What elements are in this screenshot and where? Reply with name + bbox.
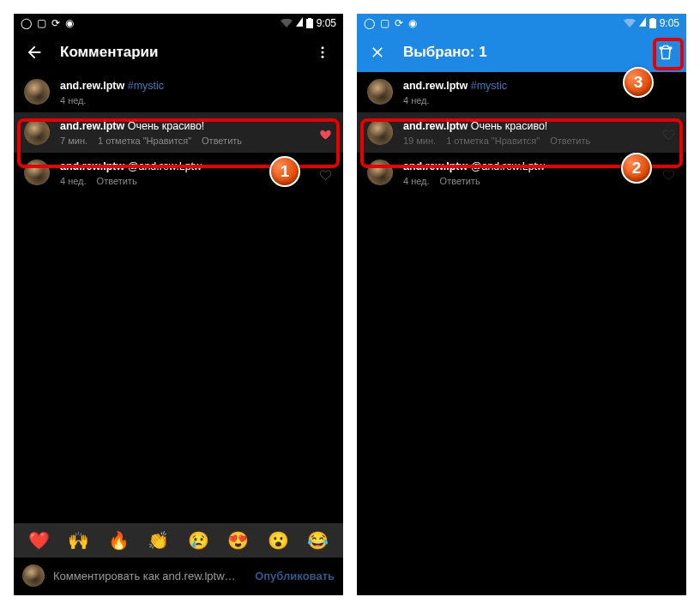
comment-time: 4 нед. bbox=[403, 95, 430, 106]
heart-icon[interactable] bbox=[663, 130, 674, 140]
comment-text: Очень красиво! bbox=[471, 120, 548, 132]
emoji-fire[interactable]: 🔥 bbox=[108, 530, 130, 551]
comment-item-selected[interactable]: and.rew.lptw Очень красиво! 7 мин. 1 отм… bbox=[14, 112, 343, 153]
composer-input[interactable]: Комментировать как and.rew.lptw… bbox=[53, 570, 246, 582]
svg-point-3 bbox=[322, 51, 324, 54]
signal-icon bbox=[639, 17, 646, 29]
emoji-wow[interactable]: 😮 bbox=[268, 530, 289, 551]
svg-rect-6 bbox=[651, 18, 655, 20]
selection-header: Выбрано: 1 bbox=[357, 33, 686, 72]
svg-rect-5 bbox=[649, 19, 656, 28]
close-icon[interactable] bbox=[367, 42, 388, 63]
comment-likes[interactable]: 1 отметка "Нравится" bbox=[98, 136, 191, 146]
comments-list: and.rew.lptw #mystic 4 нед. and.rew.lptw… bbox=[14, 72, 343, 523]
selection-title: Выбрано: 1 bbox=[403, 44, 487, 61]
heart-icon[interactable] bbox=[320, 170, 331, 180]
heart-icon[interactable] bbox=[663, 170, 674, 180]
comment-user[interactable]: and.rew.lptw bbox=[403, 160, 468, 172]
opera-icon: ◯ bbox=[364, 17, 375, 29]
comment-text: @and.rew.Lptw bbox=[471, 160, 545, 172]
header: Комментарии bbox=[14, 33, 343, 72]
comment-reply[interactable]: Ответить bbox=[440, 176, 480, 186]
emoji-cry[interactable]: 😢 bbox=[188, 530, 209, 551]
comment-item[interactable]: and.rew.lptw @and.rew.Lptw 4 нед. Ответи… bbox=[357, 153, 686, 193]
avatar[interactable] bbox=[367, 160, 393, 185]
comment-reply[interactable]: Ответить bbox=[550, 136, 590, 146]
comment-time: 4 нед. bbox=[60, 95, 87, 106]
svg-rect-0 bbox=[306, 19, 313, 28]
signal-icon bbox=[296, 17, 303, 29]
comment-text: @and.rew.Lptw bbox=[128, 160, 202, 172]
shazam-icon: ◉ bbox=[408, 17, 417, 29]
comment-item[interactable]: and.rew.lptw #mystic 4 нед. bbox=[14, 72, 343, 112]
comment-text: Очень красиво! bbox=[128, 120, 205, 132]
phone-left: ◯ ▢ ⟳ ◉ 9:05 Комментарии bbox=[14, 14, 343, 595]
emoji-heart[interactable]: ❤️ bbox=[28, 530, 50, 551]
header-title: Комментарии bbox=[60, 44, 158, 61]
emoji-hearteyes[interactable]: 😍 bbox=[227, 530, 249, 551]
phone-right: ◯ ▢ ⟳ ◉ 9:05 Выбрано: 1 bbox=[357, 14, 686, 595]
avatar[interactable] bbox=[24, 119, 50, 145]
heart-icon[interactable] bbox=[320, 130, 331, 140]
status-bar: ◯ ▢ ⟳ ◉ 9:05 bbox=[357, 14, 686, 33]
instagram-icon: ▢ bbox=[37, 17, 46, 29]
comment-item[interactable]: and.rew.lptw @and.rew.Lptw 4 нед. Ответи… bbox=[14, 153, 343, 193]
battery-icon bbox=[649, 18, 656, 28]
refresh-icon: ⟳ bbox=[395, 17, 403, 29]
wifi-icon bbox=[281, 19, 293, 28]
avatar bbox=[22, 564, 45, 587]
status-bar: ◯ ▢ ⟳ ◉ 9:05 bbox=[14, 14, 343, 33]
comment-time: 19 мин. bbox=[403, 136, 436, 146]
svg-point-4 bbox=[322, 56, 324, 58]
emoji-laugh[interactable]: 😂 bbox=[307, 530, 329, 551]
avatar[interactable] bbox=[367, 119, 393, 145]
opera-icon: ◯ bbox=[21, 17, 32, 29]
comment-text[interactable]: #mystic bbox=[128, 80, 164, 92]
back-icon[interactable] bbox=[24, 42, 45, 63]
wifi-icon bbox=[624, 19, 636, 28]
comment-text[interactable]: #mystic bbox=[471, 80, 507, 92]
avatar[interactable] bbox=[24, 79, 50, 105]
comment-time: 7 мин. bbox=[60, 136, 88, 146]
post-button[interactable]: Опубликовать bbox=[255, 570, 335, 582]
comment-user[interactable]: and.rew.lptw bbox=[60, 80, 124, 92]
emoji-clap[interactable]: 👏 bbox=[148, 530, 169, 551]
more-icon[interactable] bbox=[312, 42, 333, 63]
avatar[interactable] bbox=[24, 160, 50, 185]
comment-time: 4 нед. bbox=[403, 176, 430, 186]
status-time: 9:05 bbox=[317, 17, 336, 29]
comment-item-selected[interactable]: and.rew.lptw Очень красиво! 19 мин. 1 от… bbox=[357, 112, 686, 153]
comment-reply[interactable]: Ответить bbox=[202, 136, 242, 146]
comment-reply[interactable]: Ответить bbox=[97, 176, 137, 186]
avatar[interactable] bbox=[367, 79, 393, 105]
comment-composer: Комментировать как and.rew.lptw… Опублик… bbox=[14, 558, 343, 595]
svg-rect-1 bbox=[308, 18, 311, 20]
status-time: 9:05 bbox=[660, 17, 679, 29]
instagram-icon: ▢ bbox=[380, 17, 389, 29]
battery-icon bbox=[306, 18, 313, 28]
comment-user[interactable]: and.rew.lptw bbox=[403, 80, 468, 92]
refresh-icon: ⟳ bbox=[51, 17, 60, 29]
comments-list: and.rew.lptw #mystic 4 нед. and.rew.lptw… bbox=[357, 72, 686, 595]
comment-time: 4 нед. bbox=[60, 176, 87, 186]
shazam-icon: ◉ bbox=[65, 17, 74, 29]
emoji-hands[interactable]: 🙌 bbox=[68, 530, 89, 551]
comment-user[interactable]: and.rew.lptw bbox=[60, 120, 124, 132]
comment-item[interactable]: and.rew.lptw #mystic 4 нед. bbox=[357, 72, 686, 112]
comment-likes[interactable]: 1 отметка "Нравится" bbox=[446, 136, 540, 146]
svg-point-2 bbox=[322, 46, 324, 49]
comment-user[interactable]: and.rew.lptw bbox=[60, 160, 124, 172]
comment-user[interactable]: and.rew.lptw bbox=[403, 120, 468, 132]
emoji-quick-row: ❤️ 🙌 🔥 👏 😢 😍 😮 😂 bbox=[14, 523, 343, 558]
trash-icon[interactable] bbox=[655, 42, 676, 63]
